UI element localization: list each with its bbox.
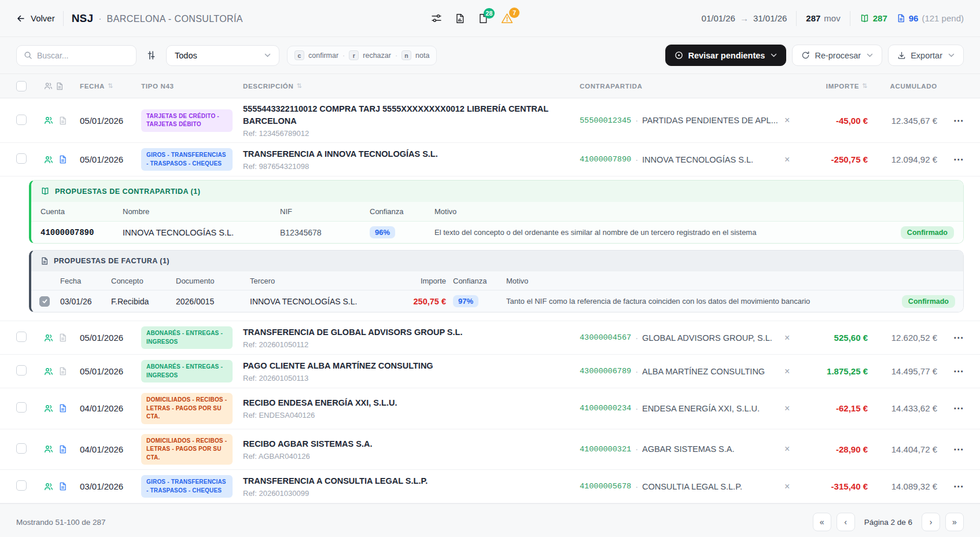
users-icon[interactable] [44, 404, 53, 413]
row-checkbox[interactable] [16, 115, 27, 125]
filter-adjustments-icon[interactable] [144, 50, 159, 60]
date-range[interactable]: 01/01/26 → 31/01/26 [702, 13, 787, 23]
remove-counterparty-button[interactable]: × [781, 402, 793, 415]
files-icon[interactable]: 28 [478, 13, 488, 24]
remove-counterparty-button[interactable]: × [781, 365, 793, 378]
remove-counterparty-button[interactable]: × [781, 332, 793, 344]
type-badge: DOMICILIADOS - RECIBOS - LETRAS - PAGOS … [141, 393, 233, 424]
reprocess-label: Re-procesar [815, 51, 861, 60]
row-menu-button[interactable]: ⋯ [937, 480, 964, 492]
row-menu-button[interactable]: ⋯ [937, 443, 964, 455]
review-pending-button[interactable]: Revisar pendientes [665, 45, 786, 66]
docs-counter: 96 (121 pend) [897, 13, 964, 23]
row-menu-button[interactable]: ⋯ [937, 153, 964, 165]
invoice-panel-columns: Fecha Concepto Documento Tercero Importe… [31, 271, 963, 290]
table-row[interactable]: 05/01/2026 ABONARÉS - ENTREGAS - INGRESO… [0, 321, 980, 355]
search-box[interactable] [16, 45, 137, 66]
type-badge: DOMICILIADOS - RECIBOS - LETRAS - PAGOS … [141, 434, 233, 465]
movement-reference: Ref: AGBAR040126 [243, 452, 568, 461]
table-row[interactable]: 04/01/2026 DOMICILIADOS - RECIBOS - LETR… [0, 429, 980, 470]
table-row[interactable]: 04/01/2026 DOMICILIADOS - RECIBOS - LETR… [0, 388, 980, 429]
counterparty-separator: · [635, 116, 638, 125]
docs-pending: (121 pend) [922, 13, 964, 23]
chevron-down-icon [771, 53, 777, 57]
accumulated-balance: 14.089,32 € [868, 481, 937, 491]
document-icon[interactable] [58, 482, 67, 491]
file-chart-icon[interactable] [455, 13, 465, 24]
row-checkbox[interactable] [16, 153, 27, 164]
row-menu-button[interactable]: ⋯ [937, 402, 964, 414]
header-acumulado[interactable]: ACUMULADO [868, 83, 937, 90]
export-label: Exportar [911, 51, 942, 60]
back-button[interactable]: Volver [16, 13, 55, 23]
row-menu-button[interactable]: ⋯ [937, 332, 964, 344]
invoice-checkbox[interactable] [39, 296, 50, 307]
export-button[interactable]: Exportar [888, 45, 964, 66]
showing-range-label: Mostrando 51-100 de 287 [16, 518, 106, 527]
warning-triangle-icon[interactable]: 7 [501, 13, 513, 24]
header-descripcion[interactable]: DESCRIPCIÓN ⇅ [243, 82, 580, 90]
users-icon[interactable] [44, 116, 53, 125]
refresh-icon [801, 51, 810, 60]
users-icon[interactable] [44, 155, 53, 164]
header-tipo-n43[interactable]: TIPO N43 [141, 83, 243, 90]
row-checkbox[interactable] [16, 332, 27, 342]
last-page-button[interactable]: » [945, 513, 964, 531]
users-icon[interactable] [44, 444, 53, 454]
table-row[interactable]: 05/01/2026 GIROS - TRANSFERENCIAS - TRAS… [0, 143, 980, 176]
row-checkbox[interactable] [16, 480, 27, 491]
warnings-count-badge: 7 [509, 8, 520, 18]
movement-date: 03/01/2026 [80, 481, 141, 491]
next-page-button[interactable]: › [922, 513, 940, 531]
remove-counterparty-button[interactable]: × [781, 114, 793, 127]
document-icon[interactable] [58, 404, 67, 413]
search-input[interactable] [37, 51, 129, 60]
remove-counterparty-button[interactable]: × [781, 153, 793, 166]
users-icon[interactable] [44, 482, 53, 491]
page-title: NSJ · BARCELONA - CONSULTORÍA [72, 12, 243, 25]
document-icon[interactable] [58, 155, 67, 164]
filter-select[interactable]: Todos [166, 45, 279, 66]
matched-count: 287 [873, 13, 887, 23]
remove-counterparty-button[interactable]: × [781, 443, 793, 455]
row-menu-button[interactable]: ⋯ [937, 115, 964, 127]
topbar-stats: 01/01/26 → 31/01/26 287 mov 287 96 (121 … [702, 11, 964, 26]
select-all-checkbox[interactable] [16, 81, 27, 91]
row-checkbox[interactable] [16, 402, 27, 413]
row-checkbox[interactable] [16, 443, 27, 454]
row-menu-button[interactable]: ⋯ [937, 365, 964, 377]
document-icon[interactable] [58, 445, 67, 454]
header-contrapartida[interactable]: CONTRAPARTIDA [580, 83, 781, 90]
accumulated-balance: 14.433,62 € [868, 403, 937, 413]
movement-date: 05/01/2026 [80, 366, 141, 376]
movement-rows-top: 05/01/2026 TARJETAS DE CRÉDITO - TARJETA… [0, 98, 980, 176]
table-row[interactable]: 03/01/2026 GIROS - TRANSFERENCIAS - TRAS… [0, 470, 980, 503]
document-icon[interactable] [58, 333, 67, 342]
reprocess-button[interactable]: Re-procesar [792, 45, 882, 66]
counterparty-separator: · [635, 444, 638, 454]
settings-sliders-icon[interactable] [431, 13, 442, 24]
filter-select-value: Todos [175, 51, 197, 60]
chevron-down-icon [867, 53, 873, 57]
table-row[interactable]: 05/01/2026 ABONARÉS - ENTREGAS - INGRESO… [0, 355, 980, 388]
document-icon[interactable] [58, 116, 67, 125]
counterparty-proposal-row[interactable]: 41000007890 INNOVA TECNOLOGÍAS S.L. B123… [31, 221, 963, 243]
first-page-button[interactable]: « [813, 513, 831, 531]
movement-date: 05/01/2026 [80, 333, 141, 343]
header-importe[interactable]: IMPORTE ⇅ [801, 82, 868, 90]
remove-counterparty-button[interactable]: × [781, 480, 793, 493]
document-icon[interactable] [58, 367, 67, 376]
invoice-proposal-row[interactable]: 03/01/26 F.Recibida 2026/0015 INNOVA TEC… [31, 290, 963, 312]
accumulated-balance: 12.620,52 € [868, 333, 937, 343]
page-indicator: Página 2 de 6 [860, 518, 916, 527]
counterparty-panel-columns: Cuenta Nombre NIF Confianza Motivo [31, 202, 963, 221]
table-row[interactable]: 05/01/2026 TARJETAS DE CRÉDITO - TARJETA… [0, 98, 980, 143]
header-fecha[interactable]: FECHA ⇅ [80, 82, 141, 90]
users-icon[interactable] [44, 367, 53, 376]
prev-page-button[interactable]: ‹ [837, 513, 855, 531]
users-icon[interactable] [44, 333, 53, 343]
counterparty-account: 43000004567 [580, 333, 631, 342]
movement-description: 5555443322110012 COMPRA TARJ 5555XXXXXXX… [243, 103, 568, 127]
amount: 1.875,25 € [801, 366, 868, 376]
row-checkbox[interactable] [16, 365, 27, 376]
